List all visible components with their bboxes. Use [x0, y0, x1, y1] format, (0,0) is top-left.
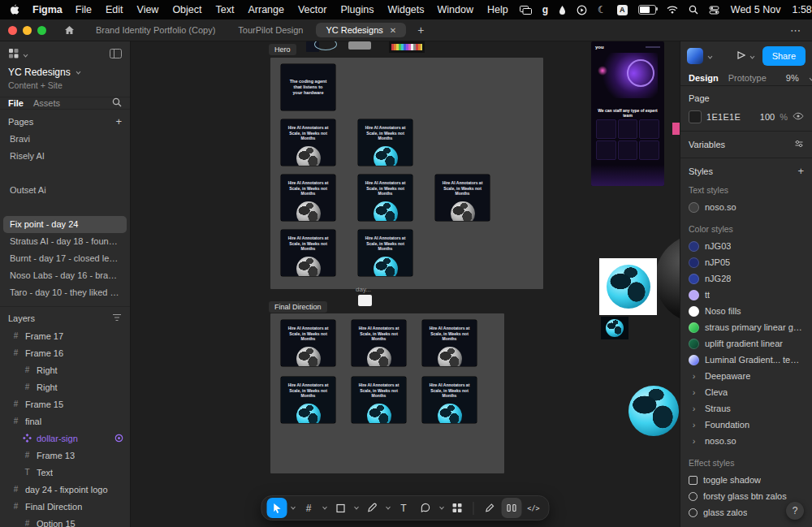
color-style-njg03[interactable]: nJG03 — [689, 238, 804, 254]
annotate-tool[interactable] — [480, 498, 500, 518]
menu-widgets[interactable]: Widgets — [387, 4, 424, 15]
add-style-button[interactable]: + — [797, 166, 804, 176]
fullscreen-window-button[interactable] — [37, 26, 46, 35]
menu-help[interactable]: Help — [487, 4, 508, 15]
menu-object[interactable]: Object — [172, 4, 201, 15]
add-page-button[interactable]: + — [115, 116, 122, 127]
globe-image[interactable] — [628, 386, 679, 436]
screen-mirroring-icon[interactable] — [520, 6, 532, 15]
variables-icon[interactable] — [794, 139, 804, 150]
page-item-fix-point-day-24[interactable]: Fix point - day 24 — [3, 216, 127, 233]
home-icon[interactable] — [59, 25, 80, 35]
page-color-hex[interactable]: 1E1E1E — [706, 112, 741, 122]
color-style-foundation[interactable]: ›Foundation — [689, 417, 804, 433]
share-button[interactable]: Share — [762, 46, 806, 66]
layer-item-final-direction[interactable]: #Final Direction — [0, 498, 130, 515]
page-item-bravi[interactable]: Bravi — [3, 131, 127, 148]
page-item-stratus-ai-day-18-founder-liked-it[interactable]: Stratus AI - day 18 - founder liked it — [3, 233, 127, 250]
frame-tool[interactable]: # — [299, 498, 319, 518]
code-view-tool[interactable]: </> — [524, 498, 544, 518]
battery-icon[interactable] — [638, 5, 656, 15]
color-style-straus-primary-linear-gradient[interactable]: straus primary linear gradient — [689, 319, 804, 335]
page-color-swatch[interactable] — [689, 110, 702, 123]
present-play-icon[interactable] — [736, 50, 745, 62]
effect-style-toggle-shadow[interactable]: toggle shadow — [689, 472, 804, 488]
floating-site-screenshot[interactable]: you We can staff any type of expert team — [591, 41, 664, 186]
site-card[interactable]: Hire AI Annotators at Scale, in Weeks no… — [435, 175, 490, 221]
chevron-down-icon[interactable] — [321, 498, 329, 518]
site-card[interactable]: Hire AI Annotators at Scale, in Weeks no… — [281, 119, 335, 166]
chevron-down-icon[interactable] — [809, 73, 812, 83]
close-tab-icon[interactable]: ✕ — [390, 26, 396, 35]
layer-item-dollar-sign[interactable]: dollar-sign — [0, 430, 130, 447]
canvas[interactable]: Hero The coding agent that listens to yo… — [131, 41, 680, 527]
menu-text[interactable]: Text — [216, 4, 235, 15]
tab-file[interactable]: File — [8, 98, 24, 108]
menubar-time[interactable]: 1:58 PM — [792, 4, 812, 15]
zoom-level[interactable]: 9% — [786, 73, 799, 83]
layer-item-frame-16[interactable]: #Frame 16 — [0, 344, 130, 361]
page-item-burnt-day-17-closed-lead-over-dm[interactable]: Burnt - day 17 - closed lead over dm — [3, 250, 127, 267]
main-menu-icon[interactable] — [8, 48, 19, 60]
page-opacity-value[interactable]: 100 — [760, 112, 775, 122]
color-style-cleva[interactable]: ›Cleva — [689, 384, 804, 400]
layer-item-frame-17[interactable]: #Frame 17 — [0, 327, 130, 344]
pen-tool[interactable] — [362, 498, 382, 518]
page-item-risely-ai[interactable]: Risely AI — [3, 148, 127, 165]
ink-drop-icon[interactable] — [559, 6, 566, 15]
layer-item-day-24-fixpoint-logo[interactable]: #day 24 - fixpoint logo — [0, 481, 130, 498]
chevron-down-icon[interactable] — [352, 498, 361, 518]
search-icon[interactable] — [112, 97, 122, 109]
globe-image-white-bg[interactable] — [599, 258, 657, 315]
chevron-down-icon[interactable] — [749, 51, 755, 61]
chevron-down-icon[interactable] — [384, 498, 392, 518]
menu-plugins[interactable]: Plugins — [340, 4, 374, 15]
menu-window[interactable]: Window — [438, 4, 473, 15]
menu-file[interactable]: File — [76, 4, 92, 15]
comment-tool[interactable] — [416, 498, 436, 518]
color-palette-fragment[interactable] — [389, 41, 425, 53]
site-card[interactable]: Hire AI Annotators at Scale, in Weeks no… — [281, 175, 335, 221]
wifi-icon[interactable] — [667, 6, 678, 14]
search-icon[interactable] — [689, 5, 698, 15]
color-style-noso-fills[interactable]: Noso fills — [689, 303, 804, 319]
final-direction-frame[interactable]: Hire AI Annotators at Scale, in Weeks no… — [270, 313, 504, 473]
site-card[interactable]: Hire AI Annotators at Scale, in Weeks no… — [422, 320, 477, 366]
visibility-eye-icon[interactable] — [793, 112, 804, 122]
text-style-noso-so[interactable]: noso.so — [689, 199, 804, 215]
user-avatar[interactable] — [687, 48, 703, 64]
grammarly-icon[interactable]: g — [542, 4, 548, 15]
menu-view[interactable]: View — [137, 4, 159, 15]
small-globe-tile[interactable] — [601, 317, 628, 339]
site-card[interactable]: Hire AI Annotators at Scale, in Weeks no… — [358, 119, 412, 166]
chevron-down-icon[interactable] — [707, 51, 713, 61]
hero-frame[interactable]: The coding agent that listens to your ha… — [270, 58, 543, 289]
tab-brand-identity-portfolio-copy[interactable]: Brand Identity Portfolio (Copy) — [86, 23, 225, 37]
layer-item-text[interactable]: TText — [0, 464, 130, 481]
record-icon[interactable] — [577, 5, 587, 15]
layer-item-option-15[interactable]: #Option 15 — [0, 515, 130, 527]
moon-icon[interactable]: ☾ — [598, 4, 607, 15]
dev-mode-tool[interactable] — [502, 498, 522, 518]
menubar-date[interactable]: Wed 5 Nov — [731, 4, 781, 15]
color-style-deepaware[interactable]: ›Deepaware — [689, 368, 804, 384]
tab-design[interactable]: Design — [689, 73, 719, 83]
chevron-down-icon[interactable] — [438, 498, 446, 518]
gray-pill-fragment[interactable] — [348, 41, 371, 50]
site-card[interactable]: Hire AI Annotators at Scale, in Weeks no… — [281, 320, 335, 366]
close-window-button[interactable] — [8, 26, 17, 35]
site-card[interactable]: Hire AI Annotators at Scale, in Weeks no… — [358, 175, 412, 221]
layer-item-right[interactable]: #Right — [0, 361, 130, 378]
text-tool[interactable]: T — [394, 498, 414, 518]
site-card[interactable]: Hire AI Annotators at Scale, in Weeks no… — [281, 230, 335, 276]
site-card[interactable]: Hire AI Annotators at Scale, in Weeks no… — [422, 377, 477, 423]
page-item-noso-labs-day-16-branding[interactable]: Noso Labs - day 16 - branding — [3, 267, 127, 284]
control-center-icon[interactable] — [709, 5, 719, 15]
tab-tourpilot-design[interactable]: TourPilot Design — [228, 23, 313, 37]
app-menu-figma[interactable]: Figma — [32, 4, 63, 15]
page-item-outset-ai[interactable]: Outset Ai — [3, 182, 127, 199]
mini-logo-card[interactable] — [358, 295, 372, 306]
menu-arrange[interactable]: Arrange — [248, 4, 283, 15]
menu-edit[interactable]: Edit — [106, 4, 123, 15]
layer-item-final[interactable]: #final — [0, 413, 130, 430]
